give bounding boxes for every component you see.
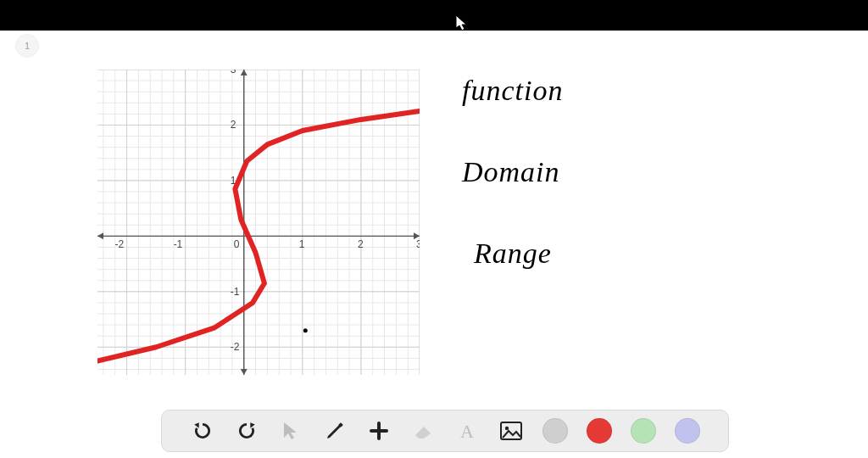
svg-text:-2: -2 <box>115 238 125 250</box>
note-range: Range <box>474 237 563 270</box>
color-swatch-gray[interactable] <box>542 418 568 444</box>
undo-button[interactable] <box>190 418 215 444</box>
svg-text:3: 3 <box>416 238 420 250</box>
svg-text:-1: -1 <box>174 238 183 250</box>
svg-text:1: 1 <box>299 238 305 250</box>
svg-point-85 <box>505 427 509 430</box>
color-swatch-purple[interactable] <box>675 418 700 444</box>
svg-text:0: 0 <box>234 238 240 250</box>
text-tool[interactable]: A <box>454 418 480 444</box>
image-tool[interactable] <box>498 418 524 444</box>
svg-text:2: 2 <box>231 119 236 131</box>
svg-point-81 <box>303 328 308 332</box>
svg-text:-2: -2 <box>231 341 240 353</box>
add-tool[interactable] <box>366 418 392 444</box>
redo-button[interactable] <box>234 418 259 444</box>
handwritten-notes: function Domain Range <box>462 75 563 319</box>
drawing-toolbar: A <box>161 410 729 452</box>
svg-text:A: A <box>460 421 474 441</box>
color-swatch-green[interactable] <box>631 418 656 444</box>
page-number-badge: 1 <box>15 34 39 58</box>
note-domain: Domain <box>462 156 563 188</box>
note-function: function <box>462 75 563 107</box>
svg-text:3: 3 <box>231 70 236 75</box>
coordinate-plane: -2-10123-2-1123 <box>97 70 420 375</box>
pen-tool[interactable] <box>322 418 348 444</box>
pointer-tool[interactable] <box>278 418 303 444</box>
window-top-bar <box>0 0 868 31</box>
color-swatch-red[interactable] <box>587 418 612 444</box>
svg-text:2: 2 <box>358 238 364 250</box>
eraser-tool[interactable] <box>410 418 436 444</box>
svg-text:-1: -1 <box>231 286 240 298</box>
